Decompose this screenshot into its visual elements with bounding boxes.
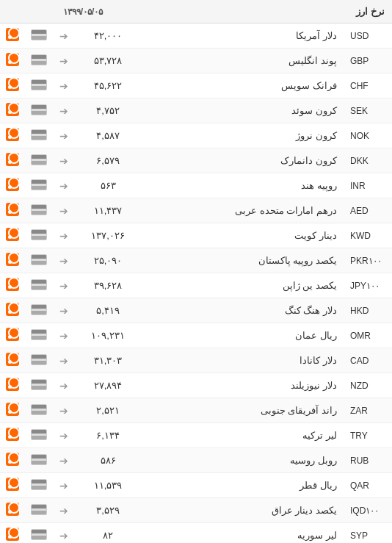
rss-cell[interactable] (0, 423, 25, 448)
rss-icon[interactable] (6, 453, 19, 466)
rss-cell[interactable] (0, 48, 25, 73)
flag-icon[interactable] (31, 504, 47, 515)
rss-icon[interactable] (6, 78, 19, 91)
rss-icon[interactable] (6, 503, 19, 516)
flag-icon[interactable] (31, 304, 47, 315)
flag-cell[interactable] (25, 248, 53, 273)
rss-icon[interactable] (6, 28, 19, 41)
arrow-cell: ➔ (53, 123, 75, 148)
rss-cell[interactable] (0, 398, 25, 423)
table-row: KWD دینار کویت ۱۳۷,۰۲۶ ➔ (0, 223, 392, 248)
rss-cell[interactable] (0, 198, 25, 223)
flag-icon[interactable] (31, 404, 47, 415)
flag-cell[interactable] (25, 98, 53, 123)
rss-icon[interactable] (6, 278, 19, 291)
arrow-cell: ➔ (53, 223, 75, 248)
flag-icon[interactable] (31, 29, 47, 40)
rss-icon[interactable] (6, 378, 19, 391)
flag-icon[interactable] (31, 154, 47, 165)
rss-cell[interactable] (0, 148, 25, 173)
flag-icon[interactable] (31, 529, 47, 540)
flag-icon[interactable] (31, 54, 47, 65)
flag-icon[interactable] (31, 279, 47, 290)
table-row: RUB روبل روسیه ۵۸۶ ➔ (0, 448, 392, 473)
flag-cell[interactable] (25, 498, 53, 523)
arrow-right-icon: ➔ (59, 205, 68, 217)
rss-icon[interactable] (6, 103, 19, 116)
rss-cell[interactable] (0, 98, 25, 123)
rss-cell[interactable] (0, 498, 25, 523)
rss-cell[interactable] (0, 298, 25, 323)
rss-cell[interactable] (0, 248, 25, 273)
flag-cell[interactable] (25, 48, 53, 73)
currency-value: ۵۶۳ (75, 173, 141, 198)
flag-icon[interactable] (31, 79, 47, 90)
flag-cell[interactable] (25, 298, 53, 323)
rss-cell[interactable] (0, 348, 25, 373)
flag-cell[interactable] (25, 448, 53, 473)
rss-icon[interactable] (6, 228, 19, 241)
rss-cell[interactable] (0, 373, 25, 398)
flag-icon[interactable] (31, 454, 47, 465)
currency-name: ریال قطر (141, 473, 344, 498)
flag-cell[interactable] (25, 323, 53, 348)
rss-icon[interactable] (6, 153, 19, 166)
currency-value: ۴,۷۵۲ (75, 98, 141, 123)
flag-cell[interactable] (25, 348, 53, 373)
flag-cell[interactable] (25, 223, 53, 248)
flag-icon[interactable] (31, 129, 47, 140)
flag-cell[interactable] (25, 423, 53, 448)
rss-icon[interactable] (6, 478, 19, 491)
flag-icon[interactable] (31, 479, 47, 490)
flag-cell[interactable] (25, 473, 53, 498)
flag-icon[interactable] (31, 329, 47, 340)
table-row: QAR ریال قطر ۱۱,۵۳۹ ➔ (0, 473, 392, 498)
currency-name: درهم امارات متحده عربی (141, 198, 344, 223)
flag-cell[interactable] (25, 24, 53, 48)
flag-icon[interactable] (31, 254, 47, 265)
rss-cell[interactable] (0, 473, 25, 498)
rss-cell[interactable] (0, 273, 25, 298)
flag-icon[interactable] (31, 429, 47, 440)
rss-cell[interactable] (0, 24, 25, 48)
rss-icon[interactable] (6, 353, 19, 366)
flag-icon[interactable] (31, 104, 47, 115)
rss-cell[interactable] (0, 123, 25, 148)
flag-cell[interactable] (25, 173, 53, 198)
rss-cell[interactable] (0, 448, 25, 473)
flag-cell[interactable] (25, 523, 53, 544)
rss-icon[interactable] (6, 303, 19, 316)
rss-icon[interactable] (6, 403, 19, 416)
rss-icon[interactable] (6, 253, 19, 266)
rss-cell[interactable] (0, 323, 25, 348)
rss-icon[interactable] (6, 53, 19, 66)
flag-cell[interactable] (25, 273, 53, 298)
currency-value: ۸۲ (75, 523, 141, 544)
rss-cell[interactable] (0, 223, 25, 248)
flag-cell[interactable] (25, 123, 53, 148)
rss-cell[interactable] (0, 173, 25, 198)
flag-cell[interactable] (25, 398, 53, 423)
rss-icon[interactable] (6, 528, 19, 541)
flag-icon[interactable] (31, 354, 47, 365)
currency-code: OMR (344, 323, 392, 348)
rss-cell[interactable] (0, 523, 25, 544)
rate-header: نرخ ارز (141, 0, 392, 24)
flag-icon[interactable] (31, 179, 47, 190)
flag-cell[interactable] (25, 198, 53, 223)
flag-cell[interactable] (25, 148, 53, 173)
arrow-right-icon: ➔ (59, 405, 68, 417)
flag-icon[interactable] (31, 229, 47, 240)
rss-icon[interactable] (6, 203, 19, 216)
flag-cell[interactable] (25, 73, 53, 98)
currency-code: JPY۱۰۰ (344, 273, 392, 298)
rss-cell[interactable] (0, 73, 25, 98)
flag-icon[interactable] (31, 379, 47, 390)
flag-icon[interactable] (31, 204, 47, 215)
flag-cell[interactable] (25, 373, 53, 398)
rss-icon[interactable] (6, 328, 19, 341)
rss-icon[interactable] (6, 428, 19, 441)
table-row: INR روپیه هند ۵۶۳ ➔ (0, 173, 392, 198)
rss-icon[interactable] (6, 178, 19, 191)
rss-icon[interactable] (6, 128, 19, 141)
